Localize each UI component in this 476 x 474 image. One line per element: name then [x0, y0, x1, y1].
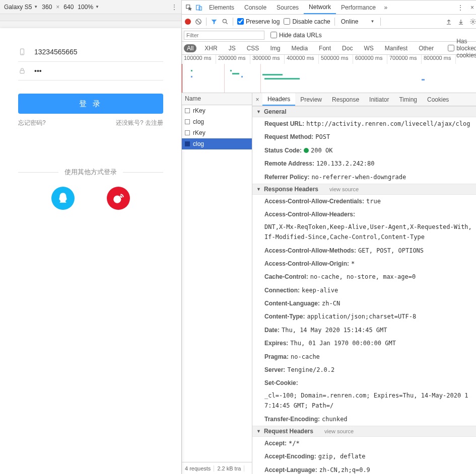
detail-tab-preview[interactable]: Preview	[295, 93, 327, 106]
waterfall-overview[interactable]: 100000 ms200000 ms300000 ms400000 ms5000…	[182, 55, 476, 93]
phone-icon	[18, 47, 26, 56]
device-height[interactable]: 640	[63, 4, 74, 11]
devtools-tab-console[interactable]: Console	[239, 1, 271, 14]
header-key: Access-Control-Allow-Origin:	[264, 259, 349, 269]
header-key: Accept-Language:	[264, 465, 317, 474]
login-button[interactable]: 登 录	[18, 94, 163, 114]
toggle-device-icon[interactable]	[194, 3, 204, 13]
request-list: Name rKeyclogrKeyclog 4 requests 2.2 kB …	[182, 93, 252, 474]
type-filter-js[interactable]: JS	[226, 44, 239, 52]
zoom-select[interactable]: 100% ▼	[78, 4, 99, 11]
devtools-tab-performance[interactable]: Performance	[336, 1, 381, 14]
request-list-footer: 4 requests 2.2 kB tra	[182, 462, 252, 474]
upload-har-icon[interactable]	[445, 18, 452, 25]
view-source-link[interactable]: view source	[324, 428, 354, 434]
forgot-password-link[interactable]: 忘记密码?	[18, 119, 46, 127]
devtools-tab-sources[interactable]: Sources	[271, 1, 304, 14]
section-header[interactable]: ▼Response Headersview source	[252, 184, 476, 195]
request-type-icon	[185, 119, 190, 124]
header-row: Expires:Thu, 01 Jan 1970 00:00:00 GMT	[252, 337, 476, 350]
header-row: Referrer Policy:no-referrer-when-downgra…	[252, 171, 476, 184]
type-filter-manifest[interactable]: Manifest	[382, 44, 411, 52]
more-menu-icon[interactable]: ⋮	[171, 4, 177, 11]
type-filter-doc[interactable]: Doc	[339, 44, 356, 52]
clear-icon[interactable]	[195, 18, 202, 25]
header-row: Accept:*/*	[252, 437, 476, 450]
detail-tab-headers[interactable]: Headers	[262, 93, 295, 106]
type-filter-media[interactable]: Media	[288, 44, 311, 52]
detail-tab-response[interactable]: Response	[327, 93, 364, 106]
inspect-element-icon[interactable]	[184, 3, 194, 13]
detail-tabbar: × HeadersPreviewResponseInitiatorTimingC…	[252, 93, 476, 106]
network-toolbar: Preserve log Disable cache Online▼	[182, 15, 476, 29]
devtools-menu-icon[interactable]: ⋮	[455, 3, 465, 13]
header-row: Connection:keep-alive	[252, 284, 476, 297]
type-filter-xhr[interactable]: XHR	[201, 44, 220, 52]
svg-line-10	[226, 22, 228, 24]
section-header[interactable]: ▼Request Headersview source	[252, 426, 476, 437]
type-filter-all[interactable]: All	[184, 44, 196, 52]
header-value: DNT,X-Mx-ReqToken,Keep-Alive,User-Agent,…	[264, 222, 475, 243]
type-filter-ws[interactable]: WS	[361, 44, 376, 52]
close-detail-icon[interactable]: ×	[252, 96, 262, 103]
waterfall-tick: 500000 ms	[319, 55, 353, 64]
header-row: Date:Thu, 14 May 2020 15:14:45 GMT	[252, 324, 476, 337]
detail-tab-initiator[interactable]: Initiator	[364, 93, 394, 106]
more-tabs-icon[interactable]: »	[381, 3, 391, 13]
register-link[interactable]: 还没账号? 去注册	[116, 119, 163, 127]
filter-input[interactable]	[184, 31, 264, 40]
device-width[interactable]: 360	[42, 4, 52, 11]
header-key: Referrer Policy:	[264, 172, 309, 182]
download-har-icon[interactable]	[457, 18, 464, 25]
type-filter-img[interactable]: Img	[267, 44, 283, 52]
record-button[interactable]	[185, 19, 191, 25]
hide-data-urls-checkbox[interactable]: Hide data URLs	[270, 32, 322, 39]
detail-tab-timing[interactable]: Timing	[394, 93, 422, 106]
header-row: Cache-Control:no-cache, no-store, max-ag…	[252, 270, 476, 283]
header-value: no-referrer-when-downgrade	[311, 172, 406, 182]
header-row: Set-Cookie:_cl=-100; Domain=.renren.com;…	[252, 376, 476, 412]
throttling-select[interactable]: Online▼	[339, 18, 377, 25]
request-list-header[interactable]: Name	[182, 93, 252, 105]
close-icon[interactable]: ×	[467, 3, 476, 13]
request-row[interactable]: rKey	[182, 127, 252, 138]
view-source-link[interactable]: view source	[329, 186, 359, 192]
devtools-tab-network[interactable]: Network	[304, 1, 336, 14]
header-row: Access-Control-Allow-Headers:DNT,X-Mx-Re…	[252, 208, 476, 244]
password-field-row	[18, 62, 163, 81]
type-filter-css[interactable]: CSS	[244, 44, 262, 52]
type-filter-font[interactable]: Font	[316, 44, 334, 52]
header-key: Accept:	[264, 438, 287, 448]
type-filter-other[interactable]: Other	[416, 44, 437, 52]
request-row[interactable]: clog	[182, 138, 252, 149]
preserve-log-checkbox[interactable]: Preserve log	[237, 18, 280, 25]
detail-body[interactable]: ▼GeneralRequest URL:http://activity.renr…	[252, 106, 476, 474]
waterfall-tick: 100000 ms	[182, 55, 216, 64]
header-row: Pragma:no-cache	[252, 350, 476, 363]
header-row: Accept-Encoding:gzip, deflate	[252, 450, 476, 463]
weibo-login-button[interactable]	[107, 187, 130, 210]
request-type-icon	[185, 130, 190, 135]
header-value: */*	[289, 438, 300, 448]
chevron-down-icon: ▼	[370, 19, 374, 24]
filter-row: Hide data URLs	[182, 29, 476, 42]
gear-icon[interactable]	[469, 18, 476, 25]
header-value: _cl=-100; Domain=.renren.com; Expires=Th…	[264, 390, 475, 411]
phone-input[interactable]	[34, 48, 163, 56]
filter-icon[interactable]	[211, 18, 218, 25]
search-icon[interactable]	[222, 18, 229, 25]
device-toolbar: Galaxy S5 ▼ 360 × 640 100% ▼ ⋮	[0, 0, 181, 14]
password-input[interactable]	[34, 67, 163, 75]
request-row[interactable]: rKey	[182, 105, 252, 116]
header-key: Request Method:	[264, 132, 313, 142]
device-select[interactable]: Galaxy S5 ▼	[4, 4, 38, 11]
waterfall-tick: 800000 ms	[422, 55, 456, 64]
svg-point-9	[223, 19, 226, 23]
devtools-tab-elements[interactable]: Elements	[204, 1, 239, 14]
detail-tab-cookies[interactable]: Cookies	[422, 93, 454, 106]
disable-cache-checkbox[interactable]: Disable cache	[284, 18, 330, 25]
section-header[interactable]: ▼General	[252, 106, 476, 117]
request-row[interactable]: clog	[182, 116, 252, 127]
header-value: GET, POST, OPTIONS	[358, 246, 424, 256]
qq-login-button[interactable]	[51, 187, 75, 210]
